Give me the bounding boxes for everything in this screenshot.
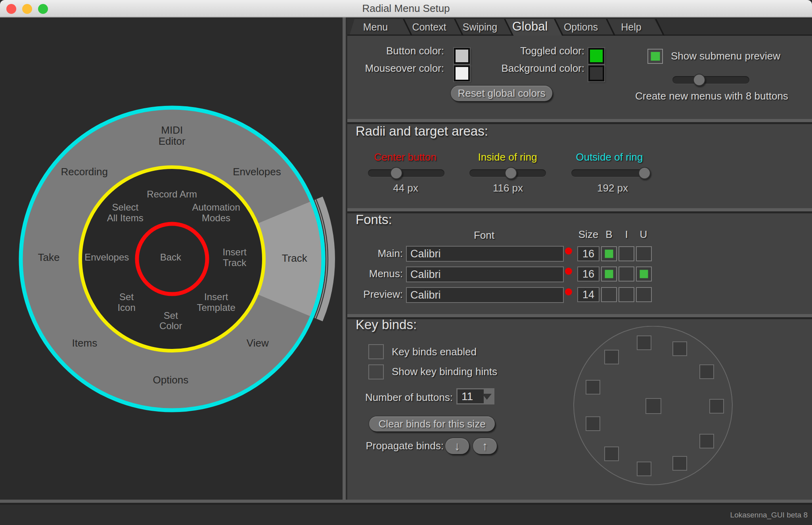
svg-text:Icon: Icon	[117, 302, 135, 313]
svg-text:Record Arm: Record Arm	[147, 189, 197, 199]
svg-text:MIDI: MIDI	[161, 124, 183, 136]
svg-text:Options: Options	[153, 374, 189, 386]
svg-text:Back: Back	[160, 252, 182, 262]
svg-text:View: View	[247, 337, 269, 349]
svg-text:Envelopes: Envelopes	[84, 252, 129, 262]
svg-text:Set: Set	[119, 291, 134, 302]
svg-text:Recording: Recording	[61, 166, 108, 178]
svg-text:Insert: Insert	[223, 247, 247, 257]
svg-text:Envelopes: Envelopes	[233, 166, 281, 178]
svg-text:Template: Template	[197, 302, 235, 313]
svg-text:Automation: Automation	[192, 202, 240, 213]
svg-text:Modes: Modes	[202, 213, 230, 223]
svg-text:Editor: Editor	[159, 135, 186, 147]
svg-text:All Items: All Items	[107, 213, 144, 223]
svg-text:Items: Items	[72, 337, 98, 349]
svg-text:Set: Set	[164, 310, 178, 321]
svg-text:Color: Color	[159, 320, 182, 331]
svg-text:Track: Track	[223, 257, 247, 268]
svg-text:Take: Take	[38, 251, 60, 263]
svg-text:Insert: Insert	[204, 291, 228, 302]
svg-text:Select: Select	[112, 202, 138, 213]
